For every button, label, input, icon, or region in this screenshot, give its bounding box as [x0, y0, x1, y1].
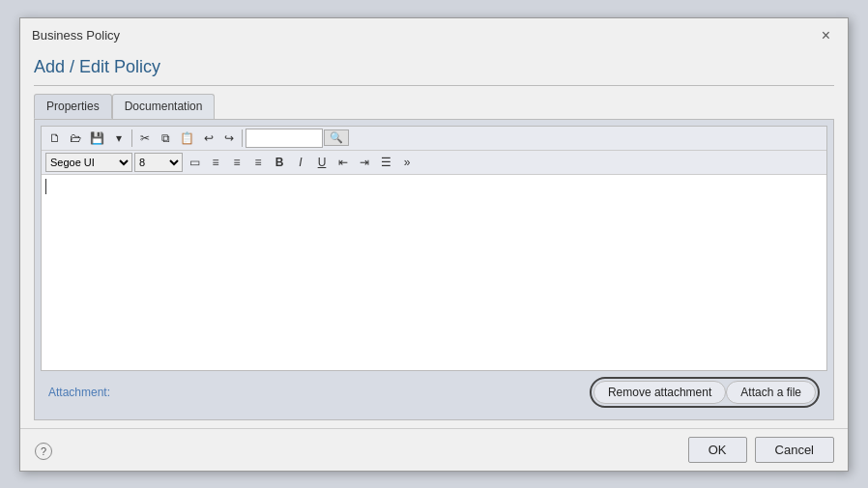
editor-container: 🗋 🗁 💾 ▾ ✂ ⧉ 📋 ↩ ↪ 🔍 — [41, 126, 827, 371]
undo-button[interactable]: ↩ — [199, 129, 218, 147]
dialog-footer: OK Cancel — [20, 428, 848, 471]
underline-button[interactable]: U — [312, 154, 332, 171]
align-left-button[interactable]: ≡ — [206, 154, 225, 171]
cancel-button[interactable]: Cancel — [755, 437, 834, 463]
list-button[interactable]: ☰ — [376, 154, 395, 171]
box-button[interactable]: ▭ — [185, 154, 204, 171]
copy-button[interactable]: ⧉ — [156, 129, 175, 147]
italic-button[interactable]: I — [291, 154, 310, 171]
ok-button[interactable]: OK — [688, 437, 747, 463]
title-bar: Business Policy × — [20, 18, 848, 49]
toolbar-row1: 🗋 🗁 💾 ▾ ✂ ⧉ 📋 ↩ ↪ 🔍 — [42, 127, 826, 151]
remove-attachment-button[interactable]: Remove attachment — [593, 381, 726, 404]
search-input[interactable] — [246, 129, 323, 148]
attachment-buttons: Remove attachment Attach a file — [590, 377, 820, 408]
align-right-button[interactable]: ≡ — [248, 154, 268, 171]
outdent-button[interactable]: ⇤ — [333, 154, 353, 171]
open-button[interactable]: 🗁 — [66, 129, 85, 147]
attachment-label: Attachment: — [48, 386, 590, 399]
tab-bar: Properties Documentation — [34, 94, 834, 119]
cut-button[interactable]: ✂ — [135, 129, 155, 147]
tab-documentation[interactable]: Documentation — [112, 94, 216, 119]
window-title: Business Policy — [32, 28, 120, 43]
paste-button[interactable]: 📋 — [176, 129, 198, 147]
toolbar-separator-1 — [131, 129, 132, 147]
editor-body[interactable] — [42, 175, 826, 370]
font-size-select[interactable]: 8910 111214 161824 — [134, 153, 183, 172]
tab-content-area: 🗋 🗁 💾 ▾ ✂ ⧉ 📋 ↩ ↪ 🔍 — [34, 119, 834, 420]
dialog-content: Add / Edit Policy Properties Documentati… — [20, 49, 848, 428]
attach-file-button[interactable]: Attach a file — [726, 381, 816, 404]
redo-button[interactable]: ↪ — [219, 129, 239, 147]
tab-properties[interactable]: Properties — [34, 94, 112, 119]
indent-button[interactable]: ⇥ — [355, 154, 374, 171]
dialog-heading: Add / Edit Policy — [34, 57, 834, 86]
bold-button[interactable]: B — [270, 154, 289, 171]
toolbar-row2: Segoe UI Arial Times New Roman Courier N… — [42, 151, 826, 175]
new-button[interactable]: 🗋 — [45, 129, 65, 147]
expand-button[interactable]: » — [397, 154, 417, 171]
attachment-bar: Attachment: Remove attachment Attach a f… — [41, 371, 827, 414]
save-button[interactable]: 💾 — [86, 129, 108, 147]
toolbar-separator-2 — [242, 129, 243, 147]
cursor — [45, 179, 823, 194]
help-icon[interactable]: ? — [35, 443, 52, 460]
search-button[interactable]: 🔍 — [324, 129, 349, 146]
font-select[interactable]: Segoe UI Arial Times New Roman Courier N… — [45, 153, 132, 172]
file-dropdown-button[interactable]: ▾ — [109, 129, 129, 147]
align-center-button[interactable]: ≡ — [227, 154, 246, 171]
close-button[interactable]: × — [816, 26, 836, 45]
